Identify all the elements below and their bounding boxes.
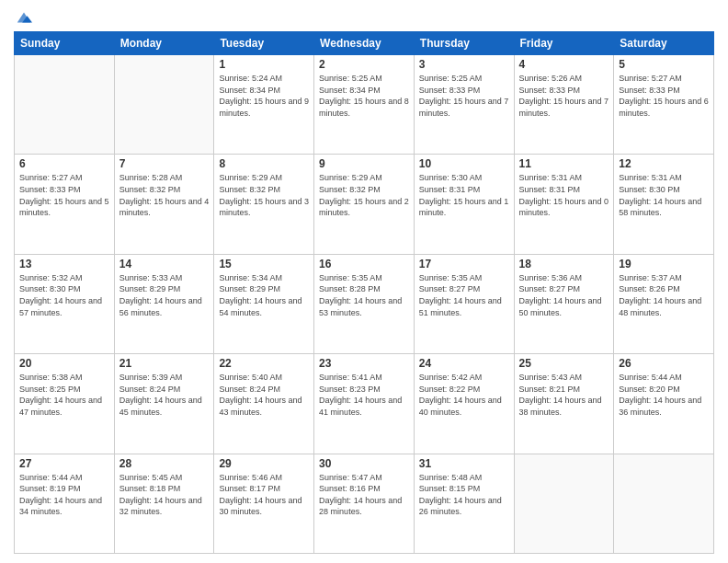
day-info: Sunrise: 5:35 AM Sunset: 8:28 PM Dayligh… <box>319 272 409 318</box>
day-info: Sunrise: 5:25 AM Sunset: 8:33 PM Dayligh… <box>419 73 509 119</box>
calendar-cell: 19Sunrise: 5:37 AM Sunset: 8:26 PM Dayli… <box>614 254 714 353</box>
day-info: Sunrise: 5:26 AM Sunset: 8:33 PM Dayligh… <box>519 73 609 119</box>
calendar-cell: 17Sunrise: 5:35 AM Sunset: 8:27 PM Dayli… <box>414 254 514 353</box>
calendar-week-row: 6Sunrise: 5:27 AM Sunset: 8:33 PM Daylig… <box>15 155 714 254</box>
day-number: 3 <box>419 58 509 71</box>
day-number: 30 <box>319 457 409 470</box>
day-info: Sunrise: 5:40 AM Sunset: 8:24 PM Dayligh… <box>219 372 309 418</box>
day-info: Sunrise: 5:37 AM Sunset: 8:26 PM Dayligh… <box>619 272 709 318</box>
calendar-cell: 4Sunrise: 5:26 AM Sunset: 8:33 PM Daylig… <box>514 55 614 155</box>
day-info: Sunrise: 5:44 AM Sunset: 8:19 PM Dayligh… <box>19 472 109 518</box>
day-info: Sunrise: 5:44 AM Sunset: 8:20 PM Dayligh… <box>619 372 709 418</box>
day-info: Sunrise: 5:31 AM Sunset: 8:31 PM Dayligh… <box>519 172 609 218</box>
weekday-header-cell: Sunday <box>15 32 115 55</box>
day-info: Sunrise: 5:46 AM Sunset: 8:17 PM Dayligh… <box>219 472 309 518</box>
day-info: Sunrise: 5:47 AM Sunset: 8:16 PM Dayligh… <box>319 472 409 518</box>
day-info: Sunrise: 5:27 AM Sunset: 8:33 PM Dayligh… <box>19 172 109 218</box>
day-info: Sunrise: 5:39 AM Sunset: 8:24 PM Dayligh… <box>119 372 210 418</box>
day-number: 4 <box>519 58 609 71</box>
calendar-cell: 31Sunrise: 5:48 AM Sunset: 8:15 PM Dayli… <box>414 454 514 553</box>
calendar-cell: 20Sunrise: 5:38 AM Sunset: 8:25 PM Dayli… <box>15 354 115 454</box>
calendar-cell: 8Sunrise: 5:29 AM Sunset: 8:32 PM Daylig… <box>214 155 314 254</box>
day-info: Sunrise: 5:41 AM Sunset: 8:23 PM Dayligh… <box>319 372 409 418</box>
day-number: 11 <box>519 157 609 170</box>
day-number: 12 <box>619 157 709 170</box>
day-number: 15 <box>219 258 309 270</box>
day-number: 10 <box>419 157 509 170</box>
calendar-table: SundayMondayTuesdayWednesdayThursdayFrid… <box>14 31 714 554</box>
day-number: 1 <box>219 58 309 71</box>
day-number: 18 <box>519 258 609 270</box>
calendar-cell: 24Sunrise: 5:42 AM Sunset: 8:22 PM Dayli… <box>414 354 514 454</box>
calendar-cell: 21Sunrise: 5:39 AM Sunset: 8:24 PM Dayli… <box>114 354 214 454</box>
day-info: Sunrise: 5:36 AM Sunset: 8:27 PM Dayligh… <box>519 272 609 318</box>
day-info: Sunrise: 5:24 AM Sunset: 8:34 PM Dayligh… <box>219 73 309 119</box>
day-number: 28 <box>119 457 210 470</box>
calendar-cell: 23Sunrise: 5:41 AM Sunset: 8:23 PM Dayli… <box>314 354 415 454</box>
calendar-cell <box>114 55 214 155</box>
day-info: Sunrise: 5:32 AM Sunset: 8:30 PM Dayligh… <box>19 272 109 318</box>
weekday-header-cell: Monday <box>114 32 214 55</box>
calendar-cell: 14Sunrise: 5:33 AM Sunset: 8:29 PM Dayli… <box>114 254 214 353</box>
calendar-week-row: 13Sunrise: 5:32 AM Sunset: 8:30 PM Dayli… <box>15 254 714 353</box>
weekday-header-cell: Thursday <box>414 32 514 55</box>
day-number: 25 <box>519 357 609 370</box>
calendar-cell <box>614 454 714 553</box>
weekday-header-cell: Wednesday <box>314 32 415 55</box>
day-info: Sunrise: 5:45 AM Sunset: 8:18 PM Dayligh… <box>119 472 210 518</box>
day-info: Sunrise: 5:31 AM Sunset: 8:30 PM Dayligh… <box>619 172 709 218</box>
logo <box>14 9 32 26</box>
calendar-cell: 11Sunrise: 5:31 AM Sunset: 8:31 PM Dayli… <box>514 155 614 254</box>
day-number: 14 <box>119 258 210 270</box>
calendar-cell: 2Sunrise: 5:25 AM Sunset: 8:34 PM Daylig… <box>314 55 415 155</box>
calendar-cell: 1Sunrise: 5:24 AM Sunset: 8:34 PM Daylig… <box>214 55 314 155</box>
day-info: Sunrise: 5:48 AM Sunset: 8:15 PM Dayligh… <box>419 472 509 518</box>
calendar-cell: 29Sunrise: 5:46 AM Sunset: 8:17 PM Dayli… <box>214 454 314 553</box>
calendar-week-row: 27Sunrise: 5:44 AM Sunset: 8:19 PM Dayli… <box>15 454 714 553</box>
calendar-cell: 5Sunrise: 5:27 AM Sunset: 8:33 PM Daylig… <box>614 55 714 155</box>
day-info: Sunrise: 5:43 AM Sunset: 8:21 PM Dayligh… <box>519 372 609 418</box>
calendar-week-row: 1Sunrise: 5:24 AM Sunset: 8:34 PM Daylig… <box>15 55 714 155</box>
day-number: 8 <box>219 157 309 170</box>
calendar-cell: 13Sunrise: 5:32 AM Sunset: 8:30 PM Dayli… <box>15 254 115 353</box>
calendar-body: 1Sunrise: 5:24 AM Sunset: 8:34 PM Daylig… <box>15 55 714 554</box>
day-info: Sunrise: 5:35 AM Sunset: 8:27 PM Dayligh… <box>419 272 509 318</box>
day-number: 21 <box>119 357 210 370</box>
day-number: 5 <box>619 58 709 71</box>
day-info: Sunrise: 5:29 AM Sunset: 8:32 PM Dayligh… <box>319 172 409 218</box>
day-number: 23 <box>319 357 409 370</box>
day-number: 6 <box>19 157 109 170</box>
day-number: 20 <box>19 357 109 370</box>
day-number: 7 <box>119 157 210 170</box>
day-number: 26 <box>619 357 709 370</box>
weekday-header-cell: Saturday <box>614 32 714 55</box>
calendar-cell <box>514 454 614 553</box>
day-number: 19 <box>619 258 709 270</box>
calendar-cell: 3Sunrise: 5:25 AM Sunset: 8:33 PM Daylig… <box>414 55 514 155</box>
weekday-header-cell: Tuesday <box>214 32 314 55</box>
day-number: 27 <box>19 457 109 470</box>
calendar-cell: 26Sunrise: 5:44 AM Sunset: 8:20 PM Dayli… <box>614 354 714 454</box>
calendar-cell: 6Sunrise: 5:27 AM Sunset: 8:33 PM Daylig… <box>15 155 115 254</box>
calendar-cell: 27Sunrise: 5:44 AM Sunset: 8:19 PM Dayli… <box>15 454 115 553</box>
day-info: Sunrise: 5:28 AM Sunset: 8:32 PM Dayligh… <box>119 172 210 218</box>
day-number: 22 <box>219 357 309 370</box>
day-info: Sunrise: 5:33 AM Sunset: 8:29 PM Dayligh… <box>119 272 210 318</box>
day-info: Sunrise: 5:34 AM Sunset: 8:29 PM Dayligh… <box>219 272 309 318</box>
calendar-cell: 7Sunrise: 5:28 AM Sunset: 8:32 PM Daylig… <box>114 155 214 254</box>
header <box>14 9 714 26</box>
day-info: Sunrise: 5:27 AM Sunset: 8:33 PM Dayligh… <box>619 73 709 119</box>
calendar-cell: 9Sunrise: 5:29 AM Sunset: 8:32 PM Daylig… <box>314 155 415 254</box>
calendar-cell: 30Sunrise: 5:47 AM Sunset: 8:16 PM Dayli… <box>314 454 415 553</box>
calendar-cell: 10Sunrise: 5:30 AM Sunset: 8:31 PM Dayli… <box>414 155 514 254</box>
calendar-cell: 25Sunrise: 5:43 AM Sunset: 8:21 PM Dayli… <box>514 354 614 454</box>
weekday-header: SundayMondayTuesdayWednesdayThursdayFrid… <box>15 32 714 55</box>
day-number: 17 <box>419 258 509 270</box>
day-info: Sunrise: 5:29 AM Sunset: 8:32 PM Dayligh… <box>219 172 309 218</box>
calendar-cell: 12Sunrise: 5:31 AM Sunset: 8:30 PM Dayli… <box>614 155 714 254</box>
calendar-cell: 28Sunrise: 5:45 AM Sunset: 8:18 PM Dayli… <box>114 454 214 553</box>
calendar-cell <box>15 55 115 155</box>
calendar-cell: 16Sunrise: 5:35 AM Sunset: 8:28 PM Dayli… <box>314 254 415 353</box>
day-number: 9 <box>319 157 409 170</box>
day-number: 31 <box>419 457 509 470</box>
